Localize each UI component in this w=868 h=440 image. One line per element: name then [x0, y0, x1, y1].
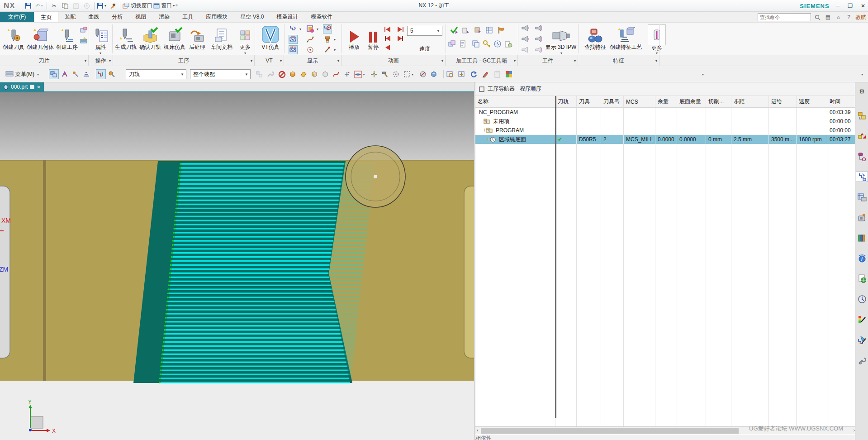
- group-animation[interactable]: 动画▾: [342, 55, 446, 66]
- group-workpiece[interactable]: 工件▾: [518, 55, 578, 66]
- point-display-icon[interactable]: [306, 45, 315, 54]
- point-method-icon[interactable]: ▾: [353, 69, 366, 79]
- tools-wrench-icon[interactable]: [857, 355, 867, 365]
- gc-settings-doc-icon[interactable]: [504, 40, 512, 48]
- group-features[interactable]: 特征▾: [578, 55, 659, 66]
- tab-curve[interactable]: 曲线: [82, 12, 105, 22]
- assembly-navigator-icon[interactable]: [857, 110, 867, 121]
- selection-filter-icon-1[interactable]: [49, 69, 59, 79]
- toolbar-options-icon[interactable]: ▾: [861, 72, 863, 77]
- shop-documentation-button[interactable]: 车间文档: [208, 23, 235, 50]
- hammer-icon[interactable]: [380, 69, 390, 79]
- curve-filter-icon[interactable]: [331, 69, 341, 79]
- create-feature-process-button[interactable]: 创建特征工艺: [609, 23, 643, 50]
- selection-box-icon[interactable]: ▾: [402, 69, 415, 79]
- paste-icon[interactable]: [71, 1, 81, 11]
- minimize-button[interactable]: ─: [836, 3, 840, 9]
- rewind-icon[interactable]: [384, 43, 392, 52]
- find-features-button[interactable]: 查找特征: [583, 23, 608, 50]
- ipw-horn-icon-2[interactable]: [535, 24, 543, 33]
- spline-icon[interactable]: [306, 35, 315, 44]
- part-wizard-icon[interactable]: [857, 335, 867, 345]
- vt-simulation-button[interactable]: VT仿真: [259, 23, 282, 50]
- create-geometry-button[interactable]: 创建几何体: [26, 23, 54, 50]
- simulate-machine-button[interactable]: 机床仿真: [163, 23, 186, 50]
- chevron-down-icon[interactable]: ▾: [560, 51, 562, 55]
- circle-target-icon[interactable]: [391, 69, 401, 79]
- properties-button[interactable]: 属性 ▾: [90, 23, 111, 50]
- selection-filter-icon-4[interactable]: [81, 69, 91, 79]
- wcs-icon[interactable]: [369, 69, 379, 79]
- tab-render[interactable]: 渲染: [152, 12, 176, 22]
- machine-tool-navigator-icon[interactable]: [857, 192, 867, 202]
- 2d-workpiece-icon[interactable]: [289, 35, 298, 44]
- chevron-down-icon[interactable]: ▾: [244, 51, 246, 55]
- table-row[interactable]: !s PROGRAM: [475, 126, 555, 135]
- col-speed[interactable]: 速度: [797, 96, 827, 108]
- col-stock[interactable]: 余量: [655, 96, 677, 108]
- zoom-window-icon[interactable]: [445, 69, 455, 79]
- step-forward-end-icon[interactable]: [396, 25, 404, 33]
- pan-icon[interactable]: [457, 69, 467, 79]
- brush-icon[interactable]: [108, 1, 118, 11]
- step-back-start-icon[interactable]: [384, 25, 392, 33]
- verify-toolpath-button[interactable]: 确认刀轨: [138, 23, 162, 50]
- no-selection-filter-icon[interactable]: [277, 69, 287, 79]
- clip-section-icon[interactable]: [429, 69, 439, 79]
- constraint-navigator-icon[interactable]: [857, 131, 867, 141]
- chevron-down-icon[interactable]: ▾: [299, 27, 301, 31]
- edge-filter-icon[interactable]: [320, 69, 330, 79]
- internet-info-icon[interactable]: i: [857, 253, 867, 263]
- save-icon[interactable]: [24, 1, 33, 11]
- chevron-down-icon[interactable]: ▾: [317, 27, 318, 31]
- step-forward-icon[interactable]: [396, 34, 404, 43]
- needle-display-icon[interactable]: [323, 45, 332, 54]
- command-finder-input[interactable]: [758, 13, 811, 21]
- ipw-horn-icon-1[interactable]: [521, 24, 529, 33]
- help-icon[interactable]: ?: [845, 14, 853, 21]
- col-tool[interactable]: 刀具: [577, 96, 601, 108]
- gc-windows-icon[interactable]: [448, 40, 456, 48]
- tab-home[interactable]: 主页: [34, 12, 58, 22]
- toolpath-filter-icon[interactable]: [96, 69, 106, 79]
- ipw-horn-icon-4[interactable]: [535, 35, 543, 43]
- feature-more-button[interactable]: 更多 ▾: [646, 23, 668, 51]
- chevron-down-icon[interactable]: ▾: [334, 48, 336, 52]
- gc-flag-icon[interactable]: [497, 26, 505, 34]
- ipw-horn-icon-6[interactable]: [535, 46, 543, 54]
- tab-close-icon[interactable]: ✕: [37, 85, 40, 90]
- navigator-pin-icon[interactable]: [479, 86, 484, 92]
- gc-document-icon[interactable]: [459, 40, 467, 48]
- face-filter-icon[interactable]: [299, 69, 308, 79]
- tab-view[interactable]: 视图: [129, 12, 152, 22]
- gc-stamp-icon[interactable]: [474, 26, 482, 34]
- col-feed[interactable]: 进给: [769, 96, 797, 108]
- refresh-icon[interactable]: [469, 69, 479, 79]
- group-insert[interactable]: 刀片▾: [0, 55, 89, 66]
- gc-table-icon[interactable]: [485, 26, 493, 34]
- tab-mosheng-software[interactable]: 模圣软件: [304, 12, 339, 22]
- history-document-icon[interactable]: [857, 273, 867, 284]
- solid-body-filter-icon[interactable]: [288, 69, 298, 79]
- chevron-down-icon[interactable]: ▾: [656, 51, 658, 55]
- restore-button[interactable]: ❐: [848, 3, 853, 9]
- gc-check-icon[interactable]: [450, 26, 458, 34]
- assembly-constraints-icon[interactable]: [254, 69, 264, 79]
- col-tool-number[interactable]: 刀具号: [601, 96, 624, 108]
- snap-point-icon[interactable]: [342, 69, 352, 79]
- toolbar-overflow-icon[interactable]: ▾: [702, 72, 704, 77]
- selection-filter-icon-3[interactable]: [71, 69, 81, 79]
- save-options-icon[interactable]: ▾: [97, 1, 107, 11]
- ipw-horn-icon-3[interactable]: [521, 35, 529, 43]
- operation-more-button[interactable]: 更多 ▾: [237, 23, 253, 50]
- dependencies-partial-tab[interactable]: 相依性: [475, 435, 856, 440]
- mini-insert-icon-2[interactable]: [80, 36, 88, 44]
- group-operation[interactable]: 工序▾: [113, 55, 255, 66]
- scroll-left-icon[interactable]: ‹: [477, 427, 479, 433]
- library-books-icon[interactable]: [857, 233, 867, 243]
- book-icon[interactable]: ▤: [824, 14, 832, 21]
- group-gc-toolbox[interactable]: 加工工具 - GC工具箱▾: [446, 55, 518, 66]
- group-display[interactable]: 显示▾: [284, 55, 342, 66]
- menu-button[interactable]: 菜单(M)▾: [3, 68, 42, 80]
- home-icon[interactable]: ⌂: [835, 14, 842, 21]
